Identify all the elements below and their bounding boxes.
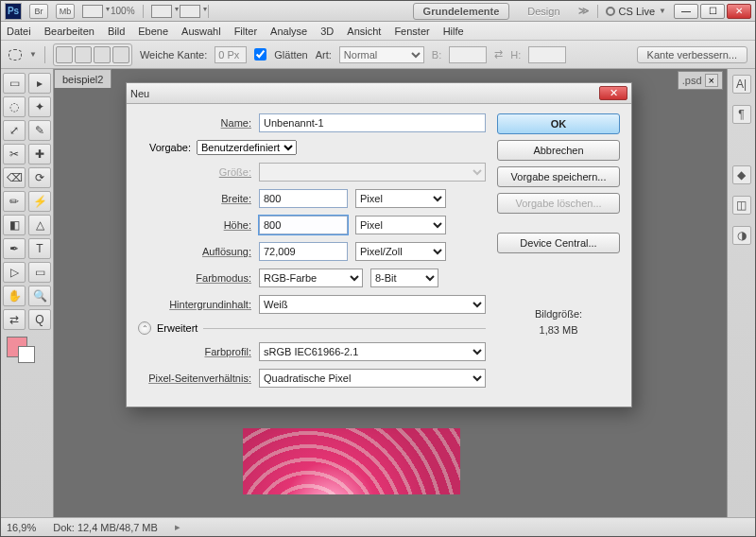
image-size-info: Bildgröße: 1,83 MB [497,306,620,338]
workspace-essentials[interactable]: Grundelemente [413,3,510,20]
swap-wh-icon: ⇄ [494,48,503,61]
image-size-label: Bildgröße: [497,306,620,322]
tool-hand[interactable]: ✋ [3,286,26,306]
bitdepth-select[interactable]: 8-Bit [370,268,438,287]
tool-dodge[interactable]: △ [28,215,51,235]
antialias-checkbox[interactable] [254,48,266,61]
selection-subtract[interactable] [94,46,111,63]
dialog-close-button[interactable]: ✕ [599,86,627,100]
workspace-more[interactable]: ≫ [578,5,590,17]
preset-label: Vorgabe: [138,142,191,153]
close-button[interactable]: ✕ [727,4,751,19]
screen-mode-dropdown[interactable] [180,5,200,18]
height-unit-select[interactable]: Pixel [355,216,446,234]
document-tabs: beispiel2 [54,69,112,88]
bridge-button[interactable]: Br [29,4,48,19]
width-unit-select[interactable]: Pixel [355,189,446,208]
refine-edge-button[interactable]: Kante verbessern... [637,46,747,63]
menu-datei[interactable]: Datei [7,26,31,37]
tool-marquee[interactable]: ▭ [3,73,26,94]
zoom-level[interactable]: 100% [111,6,135,16]
tool-gradient[interactable]: ⚡ [28,191,51,212]
tool-wand[interactable]: ✦ [28,96,51,117]
tool-path[interactable]: ▷ [3,262,26,283]
minimize-button[interactable]: — [674,4,698,19]
name-input[interactable] [259,113,486,132]
tool-stamp[interactable]: ⌫ [3,167,26,188]
device-central-button[interactable]: Device Central... [497,233,620,253]
tool-swap-colors[interactable]: ⇄ [3,309,26,330]
tools-panel: ▭ ▸ ◌ ✦ ⤢ ✎ ✂ ✚ ⌫ ⟳ ✏ ⚡ ◧ △ ✒ T ▷ ▭ ✋ 🔍 … [1,69,54,519]
status-menu-icon[interactable]: ▸ [175,521,180,533]
menu-ansicht[interactable]: Ansicht [347,26,381,37]
tool-move[interactable]: ▸ [28,73,51,94]
tool-eraser[interactable]: ✏ [3,191,26,212]
arrange-docs-dropdown[interactable] [151,5,172,18]
feather-input[interactable] [215,46,247,63]
selection-add[interactable] [75,46,92,63]
layers-panel-icon[interactable]: ◆ [732,165,751,184]
color-swatches[interactable] [3,333,26,365]
tool-quickmask[interactable]: Q [28,309,51,330]
resolution-unit-select[interactable]: Pixel/Zoll [355,242,446,261]
selection-mode-group [53,43,132,66]
advanced-toggle-icon[interactable]: ⌃ [138,321,151,335]
tool-blur[interactable]: ◧ [3,215,26,235]
dialog-titlebar[interactable]: Neu ✕ [127,83,631,104]
tool-lasso[interactable]: ◌ [3,96,26,117]
cs-live-button[interactable]: CS Live▼ [606,6,666,17]
maximize-button[interactable]: ☐ [700,4,725,19]
menu-bearbeiten[interactable]: Bearbeiten [44,26,94,37]
menu-fenster[interactable]: Fenster [394,26,429,37]
selection-new[interactable] [56,46,73,63]
tool-preset-icon[interactable] [9,49,22,61]
status-zoom[interactable]: 16,9% [7,522,36,533]
character-panel-icon[interactable]: A| [732,75,751,94]
separator [44,46,45,63]
view-extras-dropdown[interactable] [82,5,103,18]
close-doc-icon[interactable]: × [705,74,718,87]
menu-analyse[interactable]: Analyse [270,26,307,37]
tool-heal[interactable]: ✂ [3,144,26,165]
width-label: Breite: [138,193,251,204]
resolution-label: Auflösung: [138,246,251,257]
save-preset-button[interactable]: Vorgabe speichern... [497,166,620,187]
tool-history[interactable]: ⟳ [28,167,51,188]
advanced-label[interactable]: Erweitert [157,322,198,334]
workspace-design[interactable]: Design [517,3,570,20]
minibridge-button[interactable]: Mb [56,4,75,19]
paragraph-panel-icon[interactable]: ¶ [732,105,751,124]
tool-brush[interactable]: ✚ [28,144,51,165]
preset-select[interactable]: Benutzerdefiniert [197,140,297,155]
status-doc-size[interactable]: Dok: 12,4 MB/48,7 MB [53,522,158,533]
menu-bild[interactable]: Bild [108,26,125,37]
style-select[interactable]: Normal [339,46,424,63]
menu-auswahl[interactable]: Auswahl [181,26,221,37]
colorprofile-select[interactable]: sRGB IEC61966-2.1 [259,342,486,361]
cancel-button[interactable]: Abbrechen [497,140,620,161]
paths-panel-icon[interactable]: ◑ [732,226,751,245]
selection-intersect[interactable] [112,46,129,63]
resolution-input[interactable] [259,242,348,261]
colormode-select[interactable]: RGB-Farbe [259,268,363,287]
canvas-image[interactable] [243,428,460,494]
document-tab[interactable]: beispiel2 [54,69,112,88]
channels-panel-icon[interactable]: ◫ [732,196,751,215]
ok-button[interactable]: OK [497,113,620,134]
cslive-icon [606,7,615,16]
tool-zoom[interactable]: 🔍 [28,286,51,306]
width-input[interactable] [259,189,348,208]
tool-type[interactable]: T [28,238,51,259]
pixelaspect-select[interactable]: Quadratische Pixel [259,369,486,388]
menu-3d[interactable]: 3D [320,26,334,37]
background-select[interactable]: Weiß [259,295,486,314]
tool-crop[interactable]: ⤢ [3,120,26,141]
height-input[interactable] [259,216,348,234]
tool-shape[interactable]: ▭ [28,262,51,283]
tool-eyedropper[interactable]: ✎ [28,120,51,141]
tool-pen[interactable]: ✒ [3,238,26,259]
menu-filter[interactable]: Filter [234,26,257,37]
background-color[interactable] [18,346,35,363]
menu-ebene[interactable]: Ebene [138,26,168,37]
menu-hilfe[interactable]: Hilfe [443,26,464,37]
